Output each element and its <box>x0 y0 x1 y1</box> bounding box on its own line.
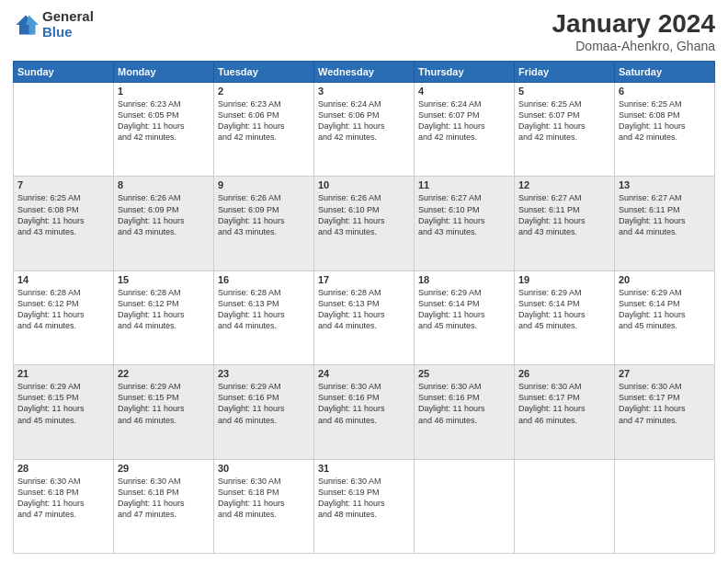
col-tuesday: Tuesday <box>214 62 314 83</box>
calendar-cell <box>415 459 515 553</box>
day-info: Sunrise: 6:27 AMSunset: 6:11 PMDaylight:… <box>619 192 711 237</box>
calendar-cell: 29Sunrise: 6:30 AMSunset: 6:18 PMDayligh… <box>114 459 214 553</box>
day-number: 5 <box>518 86 610 97</box>
day-number: 16 <box>218 274 310 285</box>
day-info: Sunrise: 6:29 AMSunset: 6:14 PMDaylight:… <box>418 287 510 332</box>
day-info: Sunrise: 6:23 AMSunset: 6:06 PMDaylight:… <box>218 98 310 144</box>
calendar-cell: 9Sunrise: 6:26 AMSunset: 6:09 PMDaylight… <box>214 177 314 270</box>
day-number: 17 <box>318 274 410 285</box>
calendar-header-row: Sunday Monday Tuesday Wednesday Thursday… <box>14 62 715 83</box>
day-info: Sunrise: 6:27 AMSunset: 6:10 PMDaylight:… <box>418 192 510 237</box>
day-number: 30 <box>218 463 310 474</box>
day-info: Sunrise: 6:25 AMSunset: 6:08 PMDaylight:… <box>17 192 109 237</box>
day-number: 15 <box>118 274 210 285</box>
day-info: Sunrise: 6:30 AMSunset: 6:16 PMDaylight:… <box>418 381 510 426</box>
calendar-cell: 4Sunrise: 6:24 AMSunset: 6:07 PMDaylight… <box>415 83 515 177</box>
calendar-cell: 18Sunrise: 6:29 AMSunset: 6:14 PMDayligh… <box>415 270 515 364</box>
calendar-cell: 12Sunrise: 6:27 AMSunset: 6:11 PMDayligh… <box>515 177 615 270</box>
header: General Blue January 2024 Domaa-Ahenkro,… <box>13 9 715 53</box>
calendar-week-row-4: 21Sunrise: 6:29 AMSunset: 6:15 PMDayligh… <box>14 365 715 459</box>
day-number: 18 <box>418 274 510 285</box>
calendar-cell: 28Sunrise: 6:30 AMSunset: 6:18 PMDayligh… <box>14 459 114 553</box>
day-info: Sunrise: 6:30 AMSunset: 6:18 PMDaylight:… <box>118 476 210 521</box>
day-number: 14 <box>17 274 109 285</box>
day-info: Sunrise: 6:30 AMSunset: 6:19 PMDaylight:… <box>318 476 410 521</box>
calendar-cell: 10Sunrise: 6:26 AMSunset: 6:10 PMDayligh… <box>314 177 415 270</box>
day-number: 24 <box>318 368 410 379</box>
day-info: Sunrise: 6:28 AMSunset: 6:13 PMDaylight:… <box>218 287 310 332</box>
page: General Blue January 2024 Domaa-Ahenkro,… <box>0 0 728 563</box>
day-info: Sunrise: 6:28 AMSunset: 6:12 PMDaylight:… <box>17 287 109 332</box>
day-number: 4 <box>418 86 510 97</box>
day-number: 23 <box>218 368 310 379</box>
day-info: Sunrise: 6:24 AMSunset: 6:06 PMDaylight:… <box>318 98 410 144</box>
day-info: Sunrise: 6:25 AMSunset: 6:08 PMDaylight:… <box>619 98 711 144</box>
calendar-cell: 1Sunrise: 6:23 AMSunset: 6:05 PMDaylight… <box>114 83 214 177</box>
calendar-cell: 21Sunrise: 6:29 AMSunset: 6:15 PMDayligh… <box>14 365 114 459</box>
calendar-cell: 8Sunrise: 6:26 AMSunset: 6:09 PMDaylight… <box>114 177 214 270</box>
day-number: 2 <box>218 86 310 97</box>
day-info: Sunrise: 6:30 AMSunset: 6:18 PMDaylight:… <box>17 476 109 521</box>
day-number: 13 <box>619 179 711 190</box>
calendar-cell: 25Sunrise: 6:30 AMSunset: 6:16 PMDayligh… <box>415 365 515 459</box>
calendar-week-row-1: 1Sunrise: 6:23 AMSunset: 6:05 PMDaylight… <box>14 83 715 177</box>
subtitle: Domaa-Ahenkro, Ghana <box>552 39 715 53</box>
day-info: Sunrise: 6:29 AMSunset: 6:15 PMDaylight:… <box>17 381 109 426</box>
calendar-cell: 27Sunrise: 6:30 AMSunset: 6:17 PMDayligh… <box>615 365 715 459</box>
day-number: 20 <box>619 274 711 285</box>
day-info: Sunrise: 6:27 AMSunset: 6:11 PMDaylight:… <box>518 192 610 237</box>
day-number: 26 <box>518 368 610 379</box>
logo-text: General Blue <box>42 9 94 40</box>
calendar-cell: 17Sunrise: 6:28 AMSunset: 6:13 PMDayligh… <box>314 270 415 364</box>
day-info: Sunrise: 6:29 AMSunset: 6:14 PMDaylight:… <box>619 287 711 332</box>
calendar-cell: 26Sunrise: 6:30 AMSunset: 6:17 PMDayligh… <box>515 365 615 459</box>
day-info: Sunrise: 6:28 AMSunset: 6:12 PMDaylight:… <box>118 287 210 332</box>
day-info: Sunrise: 6:25 AMSunset: 6:07 PMDaylight:… <box>518 98 610 144</box>
calendar-cell: 22Sunrise: 6:29 AMSunset: 6:15 PMDayligh… <box>114 365 214 459</box>
day-number: 28 <box>17 463 109 474</box>
day-info: Sunrise: 6:30 AMSunset: 6:16 PMDaylight:… <box>318 381 410 426</box>
title-block: January 2024 Domaa-Ahenkro, Ghana <box>552 9 715 53</box>
calendar-cell: 3Sunrise: 6:24 AMSunset: 6:06 PMDaylight… <box>314 83 415 177</box>
col-saturday: Saturday <box>615 62 715 83</box>
calendar-week-row-3: 14Sunrise: 6:28 AMSunset: 6:12 PMDayligh… <box>14 270 715 364</box>
calendar: Sunday Monday Tuesday Wednesday Thursday… <box>13 61 715 554</box>
day-number: 29 <box>118 463 210 474</box>
logo-blue-text: Blue <box>42 25 94 40</box>
logo-general-text: General <box>42 9 94 25</box>
day-number: 8 <box>118 179 210 190</box>
calendar-cell: 2Sunrise: 6:23 AMSunset: 6:06 PMDaylight… <box>214 83 314 177</box>
calendar-cell: 20Sunrise: 6:29 AMSunset: 6:14 PMDayligh… <box>615 270 715 364</box>
day-info: Sunrise: 6:24 AMSunset: 6:07 PMDaylight:… <box>418 98 510 144</box>
calendar-cell: 19Sunrise: 6:29 AMSunset: 6:14 PMDayligh… <box>515 270 615 364</box>
day-number: 6 <box>619 86 711 97</box>
calendar-cell: 24Sunrise: 6:30 AMSunset: 6:16 PMDayligh… <box>314 365 415 459</box>
col-thursday: Thursday <box>415 62 515 83</box>
day-info: Sunrise: 6:26 AMSunset: 6:09 PMDaylight:… <box>218 192 310 237</box>
day-info: Sunrise: 6:29 AMSunset: 6:14 PMDaylight:… <box>518 287 610 332</box>
day-number: 7 <box>17 179 109 190</box>
calendar-cell: 11Sunrise: 6:27 AMSunset: 6:10 PMDayligh… <box>415 177 515 270</box>
day-info: Sunrise: 6:28 AMSunset: 6:13 PMDaylight:… <box>318 287 410 332</box>
calendar-week-row-5: 28Sunrise: 6:30 AMSunset: 6:18 PMDayligh… <box>14 459 715 553</box>
calendar-cell <box>14 83 114 177</box>
day-info: Sunrise: 6:30 AMSunset: 6:18 PMDaylight:… <box>218 476 310 521</box>
calendar-cell: 15Sunrise: 6:28 AMSunset: 6:12 PMDayligh… <box>114 270 214 364</box>
day-number: 11 <box>418 179 510 190</box>
day-info: Sunrise: 6:30 AMSunset: 6:17 PMDaylight:… <box>619 381 711 426</box>
day-info: Sunrise: 6:26 AMSunset: 6:10 PMDaylight:… <box>318 192 410 237</box>
calendar-cell: 13Sunrise: 6:27 AMSunset: 6:11 PMDayligh… <box>615 177 715 270</box>
col-monday: Monday <box>114 62 214 83</box>
day-number: 12 <box>518 179 610 190</box>
day-info: Sunrise: 6:29 AMSunset: 6:16 PMDaylight:… <box>218 381 310 426</box>
day-info: Sunrise: 6:23 AMSunset: 6:05 PMDaylight:… <box>118 98 210 144</box>
day-number: 25 <box>418 368 510 379</box>
logo-icon <box>13 12 39 38</box>
day-info: Sunrise: 6:29 AMSunset: 6:15 PMDaylight:… <box>118 381 210 426</box>
day-number: 3 <box>318 86 410 97</box>
calendar-cell: 6Sunrise: 6:25 AMSunset: 6:08 PMDaylight… <box>615 83 715 177</box>
calendar-cell: 23Sunrise: 6:29 AMSunset: 6:16 PMDayligh… <box>214 365 314 459</box>
day-number: 9 <box>218 179 310 190</box>
day-number: 19 <box>518 274 610 285</box>
calendar-cell: 16Sunrise: 6:28 AMSunset: 6:13 PMDayligh… <box>214 270 314 364</box>
